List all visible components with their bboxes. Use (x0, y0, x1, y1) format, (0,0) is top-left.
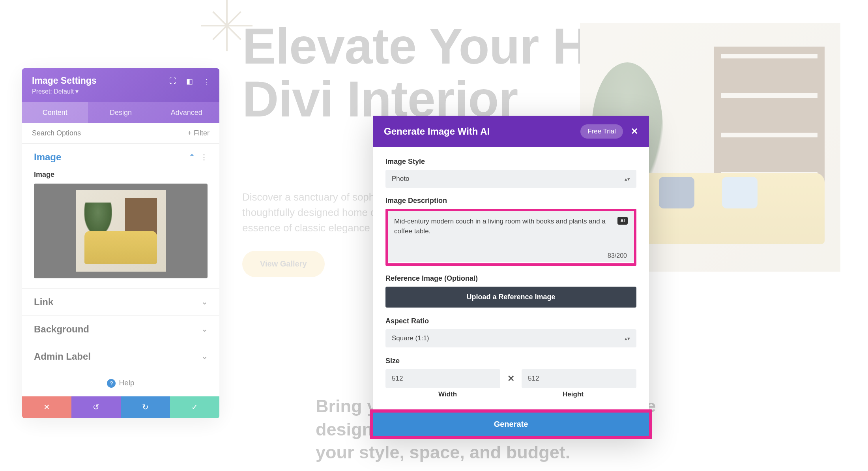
preset-selector[interactable]: Preset: Default ▾ (32, 88, 210, 95)
aspect-ratio-select[interactable]: Square (1:1) ▴▾ (385, 329, 636, 347)
chevron-down-icon: ⌄ (202, 352, 208, 361)
settings-header: Image Settings Preset: Default ▾ ⛶ ◧ ⋮ (22, 68, 219, 102)
multiply-icon: ✕ (507, 373, 514, 384)
image-description-highlight: AI 83/200 (385, 209, 636, 266)
sparkle-icon (201, 0, 253, 51)
filter-button[interactable]: + Filter (187, 129, 210, 137)
image-description-label: Image Description (385, 197, 636, 205)
settings-actions: ✕ ↺ ↻ ✓ (22, 396, 219, 418)
tab-content[interactable]: Content (22, 102, 88, 123)
aspect-ratio-label: Aspect Ratio (385, 317, 636, 325)
expand-icon[interactable]: ⛶ (169, 77, 176, 86)
section-admin-label[interactable]: Admin Label ⌄ (22, 343, 219, 370)
image-style-label: Image Style (385, 158, 636, 166)
image-style-value: Photo (392, 175, 409, 182)
undo-icon: ↺ (93, 402, 99, 412)
chevron-up-icon: ⌃ (189, 153, 195, 161)
width-label: Width (438, 390, 457, 398)
section-background[interactable]: Background ⌄ (22, 316, 219, 343)
height-label: Height (563, 390, 584, 398)
section-image[interactable]: Image ⌃ ⋮ (22, 144, 219, 171)
section-background-label: Background (34, 324, 89, 335)
check-icon: ✓ (191, 402, 198, 412)
height-input[interactable] (522, 369, 636, 388)
reference-image-label: Reference Image (Optional) (385, 274, 636, 283)
generate-highlight: Generate (370, 409, 652, 439)
select-caret-icon: ▴▾ (625, 176, 630, 182)
aspect-ratio-value: Square (1:1) (392, 334, 429, 342)
settings-tabs: Content Design Advanced (22, 102, 219, 123)
settings-body: Image ⌃ ⋮ Image Link ⌄ (22, 143, 219, 370)
section-admin-label-text: Admin Label (34, 351, 91, 362)
view-gallery-button[interactable]: View Gallery (242, 251, 325, 277)
free-trial-badge[interactable]: Free Trial (580, 124, 623, 139)
help-label: Help (119, 379, 134, 387)
redo-button[interactable]: ↻ (121, 396, 170, 418)
tab-advanced[interactable]: Advanced (153, 102, 219, 123)
chevron-down-icon: ⌄ (202, 325, 208, 334)
cancel-button[interactable]: ✕ (22, 396, 71, 418)
secondary-heading-line: your style, space, and budget. (316, 441, 656, 464)
section-link-label: Link (34, 296, 53, 308)
search-input[interactable] (32, 129, 138, 137)
undo-button[interactable]: ↺ (71, 396, 121, 418)
help-link[interactable]: ?Help (22, 370, 219, 396)
generate-image-ai-dialog: Generate Image With AI Free Trial ✕ Imag… (373, 116, 649, 436)
filter-label: Filter (194, 129, 210, 137)
size-label: Size (385, 357, 636, 365)
ai-dialog-body: Image Style Photo ▴▾ Image Description A… (373, 147, 649, 409)
select-caret-icon: ▴▾ (625, 336, 630, 342)
image-settings-panel: Image Settings Preset: Default ▾ ⛶ ◧ ⋮ C… (22, 68, 219, 418)
upload-reference-button[interactable]: Upload a Reference Image (385, 287, 636, 308)
tab-design[interactable]: Design (88, 102, 154, 123)
redo-icon: ↻ (142, 402, 149, 412)
image-field-label: Image (34, 171, 208, 179)
section-link[interactable]: Link ⌄ (22, 289, 219, 315)
width-input[interactable] (385, 369, 500, 388)
ai-dialog-header: Generate Image With AI Free Trial ✕ (373, 116, 649, 147)
char-count: 83/200 (608, 252, 627, 259)
settings-toolbar: + Filter (22, 123, 219, 143)
ai-dialog-title: Generate Image With AI (384, 126, 490, 137)
chevron-down-icon: ▾ (75, 88, 79, 95)
chevron-down-icon: ⌄ (202, 298, 208, 306)
close-icon[interactable]: ✕ (631, 126, 638, 137)
more-icon[interactable]: ⋮ (200, 153, 208, 161)
image-style-select[interactable]: Photo ▴▾ (385, 170, 636, 188)
generate-button[interactable]: Generate (373, 413, 649, 436)
close-icon: ✕ (43, 402, 50, 412)
ai-badge-icon[interactable]: AI (617, 217, 628, 225)
preset-label: Preset: Default (32, 88, 74, 95)
image-description-input[interactable] (388, 211, 634, 262)
image-preview[interactable] (34, 184, 208, 278)
layout-icon[interactable]: ◧ (186, 77, 193, 86)
save-button[interactable]: ✓ (170, 396, 219, 418)
more-icon[interactable]: ⋮ (203, 77, 211, 86)
image-thumbnail (76, 190, 166, 272)
hero-title: Elevate Your Home With Divi Interior (242, 20, 868, 126)
help-icon: ? (107, 379, 116, 388)
section-image-label: Image (34, 152, 61, 163)
